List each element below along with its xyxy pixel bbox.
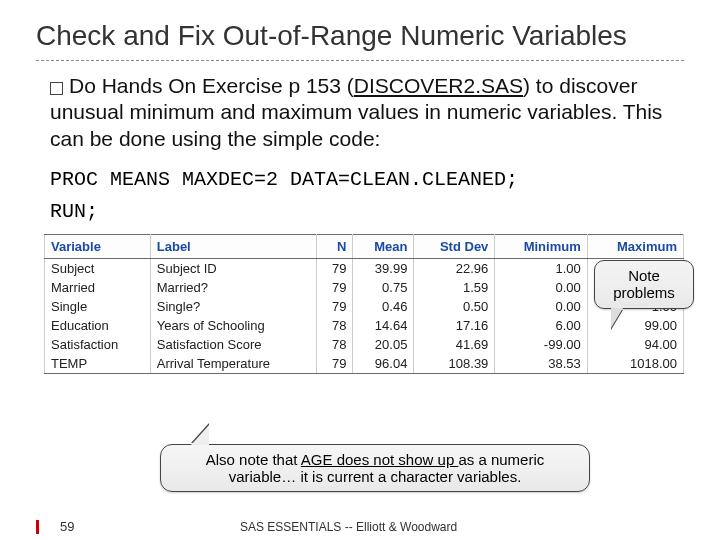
table-cell: Married (45, 278, 151, 297)
table-cell: 0.00 (495, 297, 587, 316)
table-cell: 0.75 (353, 278, 414, 297)
table-cell: 79 (317, 258, 353, 278)
table-cell: 22.96 (414, 258, 495, 278)
square-bullet-icon (50, 82, 63, 95)
table-cell: 78 (317, 335, 353, 354)
table-cell: Single? (150, 297, 316, 316)
table-row: EducationYears of Schooling7814.6417.166… (45, 316, 684, 335)
table-cell: Satisfaction (45, 335, 151, 354)
table-cell: Married? (150, 278, 316, 297)
callout-age-note: Also note that AGE does not show up as a… (160, 444, 590, 493)
table-cell: 41.69 (414, 335, 495, 354)
table-cell: 79 (317, 278, 353, 297)
col-max: Maximum (587, 234, 683, 258)
col-std: Std Dev (414, 234, 495, 258)
callout-age-pre: Also note that (206, 451, 301, 468)
table-cell: 78 (317, 316, 353, 335)
table-cell: Subject ID (150, 258, 316, 278)
col-min: Minimum (495, 234, 587, 258)
code-line-1: PROC MEANS MAXDEC=2 DATA=CLEAN.CLEANED; (50, 164, 670, 196)
table-row: SingleSingle?790.460.500.001.00 (45, 297, 684, 316)
table-cell: 39.99 (353, 258, 414, 278)
table-row: SatisfactionSatisfaction Score7820.0541.… (45, 335, 684, 354)
table-cell: 0.50 (414, 297, 495, 316)
table-cell: Education (45, 316, 151, 335)
table-cell: 79 (317, 354, 353, 374)
page-title: Check and Fix Out-of-Range Numeric Varia… (0, 0, 720, 60)
table-row: TEMPArrival Temperature7996.04108.3938.5… (45, 354, 684, 374)
table-cell: Years of Schooling (150, 316, 316, 335)
col-n: N (317, 234, 353, 258)
table-cell: Subject (45, 258, 151, 278)
body-ref: DISCOVER2.SAS (354, 74, 523, 97)
col-mean: Mean (353, 234, 414, 258)
table-cell: 17.16 (414, 316, 495, 335)
table-cell: Arrival Temperature (150, 354, 316, 374)
table-cell: 0.00 (495, 278, 587, 297)
title-rule (36, 60, 684, 61)
col-label: Label (150, 234, 316, 258)
col-variable: Variable (45, 234, 151, 258)
table-cell: 1018.00 (587, 354, 683, 374)
table-cell: 99.00 (587, 316, 683, 335)
means-table: Variable Label N Mean Std Dev Minimum Ma… (44, 234, 684, 374)
table-cell: -99.00 (495, 335, 587, 354)
table-cell: 1.00 (495, 258, 587, 278)
callout-age-underline: AGE does not show up (301, 451, 459, 468)
table-cell: Satisfaction Score (150, 335, 316, 354)
page-number: 59 (60, 519, 74, 534)
table-cell: TEMP (45, 354, 151, 374)
table-cell: 96.04 (353, 354, 414, 374)
table-cell: 20.05 (353, 335, 414, 354)
table-cell: 94.00 (587, 335, 683, 354)
code-line-2: RUN; (50, 196, 670, 228)
table-row: MarriedMarried?790.751.590.00 (45, 278, 684, 297)
table-cell: Single (45, 297, 151, 316)
table-header-row: Variable Label N Mean Std Dev Minimum Ma… (45, 234, 684, 258)
table-cell: 1.59 (414, 278, 495, 297)
body-text: Do Hands On Exercise p 153 (DISCOVER2.SA… (0, 73, 720, 164)
table-cell: 0.46 (353, 297, 414, 316)
table-cell: 38.53 (495, 354, 587, 374)
table-cell: 14.64 (353, 316, 414, 335)
table-cell: 79 (317, 297, 353, 316)
table-cell: 108.39 (414, 354, 495, 374)
table-row: SubjectSubject ID7939.9922.961.0079.0 (45, 258, 684, 278)
table-cell: 6.00 (495, 316, 587, 335)
body-lead: Do Hands On Exercise p 153 ( (69, 74, 354, 97)
callout-note-problems: Note problems (594, 260, 694, 309)
accent-bar (36, 520, 39, 534)
footer-text: SAS ESSENTIALS -- Elliott & Woodward (240, 520, 457, 534)
code-block: PROC MEANS MAXDEC=2 DATA=CLEAN.CLEANED; … (0, 164, 720, 228)
